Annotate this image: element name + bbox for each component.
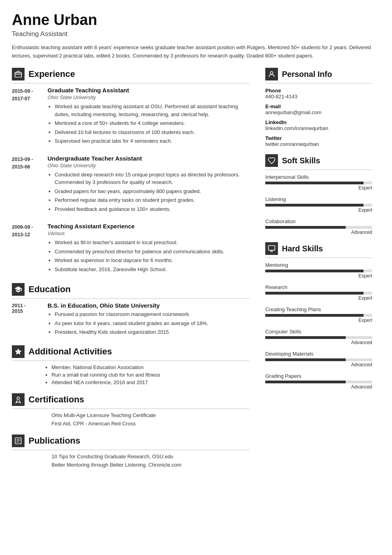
exp-bullets-1: Worked as graduate teaching assistant at… (48, 103, 249, 145)
skill-bar-container (265, 292, 372, 295)
skill-listening: Listening Expert (265, 196, 372, 213)
exp-org-1: Ohio State University (48, 94, 249, 100)
exp-date-2: 2013-09 - 2015-06 (12, 155, 48, 214)
skill-collaboration: Collaboration Advanced (265, 218, 372, 235)
main-body: Experience 2015-09 - 2017-07 Graduate Te… (0, 68, 392, 555)
soft-skills-title: Soft Skills (282, 156, 320, 165)
certifications-title: Certifications (29, 394, 84, 405)
email-label: E-mail (265, 103, 372, 109)
svg-point-8 (270, 72, 273, 75)
publications-header: Publications (12, 434, 249, 450)
experience-icon (12, 68, 25, 80)
additional-activities-section: Additional Activities Member, National E… (12, 345, 249, 385)
edu-bullet: Pursued a passion for classroom manageme… (55, 310, 249, 318)
info-twitter: Twitter twitter.com/annequrban (265, 135, 372, 147)
soft-skills-header: Soft Skills (265, 154, 372, 170)
skill-bar-fill (265, 292, 363, 295)
right-column: Personal Info Phone 440-821-4143 E-mail … (257, 68, 376, 547)
skill-bar-fill (265, 226, 346, 229)
cert-list: Ohio Multi-Age Licensure Teaching Certif… (12, 412, 249, 427)
twitter-value: twitter.com/annequrban (265, 141, 372, 147)
cert-item-1: Ohio Multi-Age Licensure Teaching Certif… (51, 412, 249, 418)
skill-bar-container (265, 336, 372, 339)
linkedin-label: LinkedIn (265, 119, 372, 125)
skill-bar-container (265, 270, 372, 272)
twitter-label: Twitter (265, 135, 372, 141)
skill-bar-container (265, 182, 372, 184)
skill-bar-container (265, 314, 372, 317)
exp-bullets-3: Worked as fill-in teacher's assistant in… (48, 239, 249, 273)
exp-bullet: Performed regular data entry tasks on st… (55, 196, 249, 204)
exp-date-1: 2015-09 - 2017-07 (12, 87, 48, 146)
education-section-title: Education (29, 284, 70, 295)
info-linkedin: LinkedIn linkedin.com/in/annequrban (265, 119, 372, 131)
skill-bar-fill (265, 270, 363, 272)
skill-name: Computer Skills (265, 329, 372, 335)
candidate-title: Teaching Assistant (12, 30, 380, 38)
activity-item: Member, National Education Association (51, 364, 249, 370)
skill-grading-papers: Grading Papers Advanced (265, 373, 372, 390)
exp-bullet: Worked as supervisor in local daycare fo… (55, 256, 249, 264)
experience-entry-2: 2013-09 - 2015-06 Undergraduate Teacher … (12, 155, 249, 214)
exp-bullet: Mentored a core of 50+ students for 4 co… (55, 119, 249, 127)
exp-content-1: Graduate Teaching Assistant Ohio State U… (48, 87, 249, 146)
exp-bullet: Substitute teacher, 2016, Zanesville Hig… (55, 266, 249, 274)
skill-level: Advanced (265, 230, 372, 235)
pub-list: 10 Tips for Conducting Graduate Research… (12, 454, 249, 468)
hard-skills-section: Hard Skills Mentoring Expert Research Ex… (265, 242, 372, 390)
exp-bullet: Worked as graduate teaching assistant at… (55, 103, 249, 118)
skill-level: Advanced (265, 384, 372, 390)
info-email: E-mail annequrban@gmail.com (265, 103, 372, 115)
experience-section: Experience 2015-09 - 2017-07 Graduate Te… (12, 68, 249, 274)
svg-point-3 (17, 397, 20, 400)
skill-computer: Computer Skills Advanced (265, 329, 372, 345)
education-section: Education 2011 - 2015 B.S. in Education,… (12, 283, 249, 337)
svg-rect-0 (15, 73, 22, 77)
pub-item-2: Better Mentoring through Better Listenin… (51, 462, 249, 468)
candidate-name: Anne Urban (12, 12, 380, 29)
edu-date-1: 2011 - 2015 (12, 302, 48, 337)
hard-skills-icon (265, 242, 278, 255)
pub-item-1: 10 Tips for Conducting Graduate Research… (51, 454, 249, 459)
skill-name: Creating Teaching Plans (265, 306, 372, 312)
personal-info-section: Personal Info Phone 440-821-4143 E-mail … (265, 68, 372, 147)
skill-name: Mentoring (265, 262, 372, 268)
exp-org-2: Ohio State University (48, 163, 249, 168)
activities-icon (12, 345, 25, 358)
additional-activities-title: Additional Activities (29, 346, 112, 357)
skill-level: Expert (265, 185, 372, 191)
additional-activities-header: Additional Activities (12, 345, 249, 361)
skill-level: Expert (265, 207, 372, 213)
header-section: Anne Urban Teaching Assistant Enthusiast… (0, 0, 392, 68)
exp-bullet: Worked as fill-in teacher's assistant in… (55, 239, 249, 247)
exp-bullet: Supervised two practical labs for 4 seme… (55, 137, 249, 145)
activity-item: Attended NEA conference, 2016 and 2017 (51, 379, 249, 385)
exp-org-3: Various (48, 230, 249, 236)
skill-interpersonal: Interpersonal Skills Expert (265, 174, 372, 191)
edu-bullets-1: Pursued a passion for classroom manageme… (48, 310, 249, 336)
phone-label: Phone (265, 88, 372, 94)
linkedin-value: linkedin.com/in/annequrban (265, 125, 372, 131)
education-entry-1: 2011 - 2015 B.S. in Education, Ohio Stat… (12, 302, 249, 337)
skill-bar-fill (265, 381, 346, 383)
skill-name: Research (265, 284, 372, 290)
exp-role-3: Teaching Assistant Experience (48, 223, 249, 230)
soft-skills-section: Soft Skills Interpersonal Skills Expert … (265, 154, 372, 235)
exp-role-1: Graduate Teaching Assistant (48, 87, 249, 94)
skill-level: Expert (265, 295, 372, 301)
exp-date-3: 2009-09 - 2013-12 (12, 223, 48, 274)
experience-section-header: Experience (12, 68, 249, 84)
exp-bullet: Delivered 10 full lectures to classrooms… (55, 128, 249, 136)
skill-level: Expert (265, 273, 372, 279)
exp-bullet: Graded papers for two years, approximate… (55, 188, 249, 195)
skill-name: Collaboration (265, 218, 372, 224)
skill-level: Expert (265, 318, 372, 323)
svg-rect-9 (268, 246, 275, 251)
certifications-section: Certifications Ohio Multi-Age Licensure … (12, 393, 249, 427)
skill-bar-fill (265, 314, 363, 317)
cert-item-2: First Aid, CPR - American Red Cross (51, 421, 249, 427)
skill-research: Research Expert (265, 284, 372, 301)
experience-section-title: Experience (29, 69, 75, 79)
personal-info-title: Personal Info (282, 70, 332, 79)
publications-icon (12, 434, 25, 447)
